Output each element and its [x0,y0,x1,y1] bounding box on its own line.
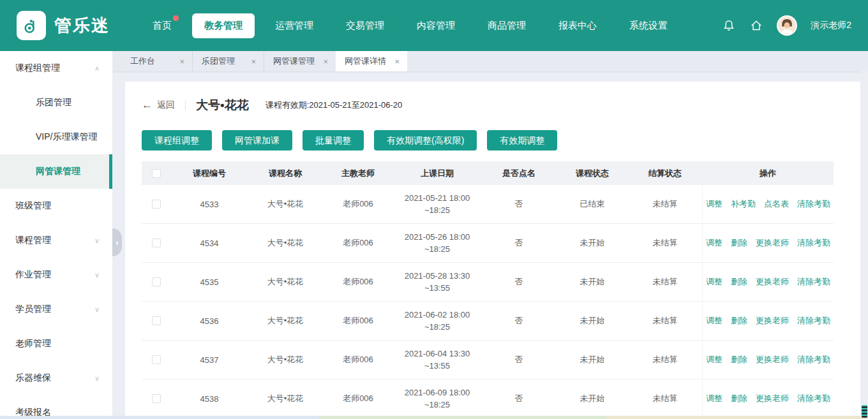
row-checkbox[interactable] [152,200,161,209]
row-action-link[interactable]: 更换老师 [756,237,789,249]
course-name: 大号•花花 [248,198,323,210]
row-action-link[interactable]: 更换老师 [756,315,789,327]
row-action-link[interactable]: 点名表 [764,198,789,210]
sidebar-item-vip-theory-admin[interactable]: VIP/乐理课管理 [0,120,112,154]
nav-item-label: 交易管理 [346,20,384,31]
user-name[interactable]: 演示老师2 [811,20,851,31]
sidebar-item-orchestra-admin[interactable]: 乐团管理 [0,85,112,120]
course-table: 课程编号课程名称主教老师上课日期是否点名课程状态结算状态操作 4533 大号•花… [142,161,834,418]
main-menu: 首页 教务管理 运营管理 交易管理 内容管理 商品管理 报表中心 系统设置 [140,13,680,38]
course-status: 未开始 [557,354,628,365]
row-checkbox[interactable] [152,239,161,247]
vertical-scrollbar[interactable] [861,71,868,419]
chevron-down-icon: ∨ [94,305,100,314]
sidebar-item-label: 乐器维保 [15,372,51,384]
sidebar-item-label: 学员管理 [15,304,51,315]
row-action-link[interactable]: 调整 [706,198,722,210]
row-action-link[interactable]: 清除考勤 [797,315,830,327]
class-date: 2021-06-09 18:00~18:25 [393,386,481,411]
sidebar-item-label: 作业管理 [15,269,51,281]
rollcall-status: 否 [481,276,557,288]
row-checkbox[interactable] [152,316,161,325]
row-action-link[interactable]: 删除 [731,276,747,288]
row-action-link[interactable]: 调整 [706,354,722,365]
bottom-edge-strip [0,416,868,419]
validity-adjust-privileged-button[interactable]: 有效期调整(高权限) [374,130,477,151]
column-header: 课程状态 [557,168,628,179]
sidebar: 课程组管理 ∧ 乐团管理 VIP/乐理课管理 网管课管理 班级管理 课程管理 ∨… [0,51,112,419]
back-button[interactable]: ← 返回 [142,99,175,112]
class-date: 2021-06-04 13:30~13:55 [393,348,481,372]
course-status: 未开始 [557,276,628,288]
row-action-link[interactable]: 调整 [706,315,722,327]
course-group-adjust-button[interactable]: 课程组调整 [142,130,212,151]
row-action-link[interactable]: 更换老师 [756,354,789,365]
sidebar-item-label: 班级管理 [15,200,51,212]
sidebar-item-instrument-maintenance[interactable]: 乐器维保 ∨ [0,361,112,395]
add-online-course-button[interactable]: 网管课加课 [222,130,292,151]
user-avatar[interactable] [777,15,797,36]
row-action-link[interactable]: 更换老师 [756,393,789,404]
batch-adjust-button[interactable]: 批量调整 [303,130,364,151]
row-actions: 调整删除更换老师清除考勤 [702,379,834,418]
row-action-link[interactable]: 删除 [731,315,747,327]
course-id: 4534 [171,239,248,248]
row-action-link[interactable]: 删除 [731,393,747,404]
row-action-link[interactable]: 更换老师 [756,276,789,288]
course-name: 大号•花花 [248,354,323,365]
nav-item-content-admin[interactable]: 内容管理 [405,13,467,38]
music-note-icon [22,16,41,35]
nav-item-operation-admin[interactable]: 运营管理 [263,13,326,38]
nav-item-system-settings[interactable]: 系统设置 [617,13,680,38]
nav-item-trade-admin[interactable]: 交易管理 [334,13,396,38]
tab-workbench[interactable]: 工作台 × [121,51,193,71]
app-logo[interactable] [17,11,46,40]
nav-item-goods-admin[interactable]: 商品管理 [475,13,538,38]
validity-adjust-button[interactable]: 有效期调整 [487,130,557,151]
row-action-link[interactable]: 清除考勤 [797,354,830,365]
row-checkbox[interactable] [152,394,161,403]
column-header: 结算状态 [628,168,702,179]
settlement-status: 未结算 [628,315,702,327]
close-icon[interactable]: × [179,57,184,66]
course-name: 大号•花花 [248,276,323,288]
row-action-link[interactable]: 补考勤 [731,198,756,210]
row-actions: 调整删除更换老师清除考勤 [702,341,834,379]
course-status: 已结束 [557,198,628,210]
row-action-link[interactable]: 调整 [706,237,722,249]
sidebar-item-online-course-admin[interactable]: 网管课管理 [0,154,112,189]
close-icon[interactable]: × [323,57,328,66]
row-action-link[interactable]: 清除考勤 [797,237,830,249]
home-icon[interactable] [749,18,763,33]
select-all-checkbox[interactable] [152,169,161,178]
close-icon[interactable]: × [394,57,400,66]
nav-item-label: 报表中心 [558,20,597,31]
nav-item-label: 运营管理 [275,20,313,31]
sidebar-item-teacher-admin[interactable]: 老师管理 [0,327,112,361]
bell-icon[interactable] [722,18,736,33]
tab-online-course-detail[interactable]: 网管课详情 × [336,51,407,71]
row-action-link[interactable]: 删除 [731,237,747,249]
row-action-link[interactable]: 调整 [706,276,722,288]
table-row: 4533 大号•花花 老师006 2021-05-21 18:00~18:25 … [142,185,834,224]
row-action-link[interactable]: 清除考勤 [797,198,830,210]
row-action-link[interactable]: 清除考勤 [797,393,830,404]
row-action-link[interactable]: 调整 [706,393,722,404]
sidebar-item-student-admin[interactable]: 学员管理 ∨ [0,292,112,327]
brand-name: 管乐迷 [54,14,110,37]
row-checkbox[interactable] [152,277,161,286]
row-action-link[interactable]: 清除考勤 [797,276,830,288]
nav-item-report-center[interactable]: 报表中心 [546,13,609,38]
close-icon[interactable]: × [251,57,256,66]
nav-item-home[interactable]: 首页 [140,13,184,38]
tab-orchestra-admin[interactable]: 乐团管理 × [193,51,264,71]
sidebar-item-homework-admin[interactable]: 作业管理 ∨ [0,258,112,292]
row-checkbox[interactable] [152,355,161,364]
sidebar-item-class-admin[interactable]: 班级管理 [0,189,112,223]
row-action-link[interactable]: 删除 [731,354,747,365]
nav-item-academic-admin[interactable]: 教务管理 [192,13,255,38]
sidebar-item-course-group-admin[interactable]: 课程组管理 ∧ [0,51,112,85]
sidebar-item-course-admin[interactable]: 课程管理 ∨ [0,223,112,258]
class-date: 2021-05-21 18:00~18:25 [393,192,481,216]
tab-online-course-admin[interactable]: 网管课管理 × [264,51,336,71]
